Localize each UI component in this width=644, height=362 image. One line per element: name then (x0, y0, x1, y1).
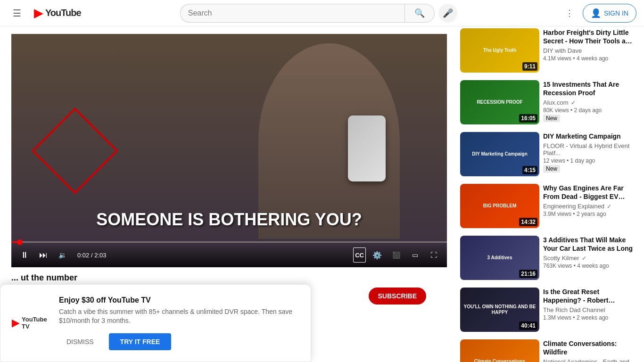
video-player[interactable]: SOMEONE IS BOTHERING YOU? ⏸ ⏭ 🔉 0:02 / 2… (11, 34, 447, 267)
settings-button[interactable]: ⚙️ (370, 247, 385, 263)
mic-button[interactable]: 🎤 (438, 4, 457, 23)
sidebar-video-title: DIY Marketing Campaign (543, 132, 635, 140)
sidebar-video-item[interactable]: Climate Conversations Climate Conversati… (458, 337, 636, 362)
menu-button[interactable]: ☰ (8, 4, 26, 23)
sidebar-channel: National Academies - Earth and Life ... (543, 358, 635, 362)
sidebar-stats: 80K views • 2 days ago (543, 107, 635, 114)
sidebar-video-title: Harbor Freight's Dirty Little Secret - H… (543, 28, 635, 45)
time-display: 0:02 / 2:03 (77, 252, 106, 259)
volume-button[interactable]: 🔉 (55, 247, 70, 263)
youtube-logo-text: YouTube (45, 8, 81, 18)
fullscreen-button[interactable]: ⛶ (426, 247, 441, 263)
search-input[interactable] (180, 4, 405, 23)
sign-in-button[interactable]: 👤 SIGN IN (583, 4, 636, 23)
youtube-logo[interactable]: ▶ YouTube (34, 6, 81, 20)
yt-tv-icon: ▶ (12, 317, 20, 329)
video-meta: Harbor Freight's Dirty Little Secret - H… (543, 28, 635, 73)
video-duration: 9:11 (522, 62, 537, 71)
mic-icon: 🎤 (443, 8, 453, 18)
sidebar-stats: 12 views • 1 day ago (543, 157, 635, 164)
sidebar-channel: Engineering Explained ✓ (543, 203, 635, 210)
sidebar-stats: 4.1M views • 4 weeks ago (543, 55, 635, 62)
sidebar-video-title: 15 Investments That Are Recession Proof (543, 80, 635, 97)
youtube-tv-logo: ▶ YouTube TV (12, 296, 50, 350)
sidebar-channel: Scotty Kilmer ✓ (543, 255, 635, 262)
promo-content: Enjoy $30 off YouTube TV Catch a vibe th… (59, 296, 299, 350)
sidebar-stats: 763K views • 4 weeks ago (543, 263, 635, 269)
video-duration: 40:41 (519, 321, 537, 330)
yt-tv-label: YouTube TV (22, 316, 50, 330)
header-center: 🔍 🎤 (81, 4, 556, 23)
sidebar-video-title: 3 Additives That Will Make Your Car Last… (543, 236, 635, 253)
player-text-overlay: SOMEONE IS BOTHERING YOU? (96, 210, 362, 230)
sidebar: The Ugly Truth 9:11 Harbor Freight's Dir… (454, 26, 644, 362)
sidebar-video-title: Why Gas Engines Are Far From Dead - Bigg… (543, 184, 635, 201)
sidebar-channel: FLOOR - Virtual & Hybrid Event Platf... (543, 142, 635, 156)
verified-icon: ✓ (580, 255, 586, 262)
sidebar-channel: Alux.com ✓ (543, 99, 635, 106)
header-right: ⋮ 👤 SIGN IN (560, 4, 636, 23)
thumbnail-image: Climate Conversations (460, 339, 539, 362)
account-icon: 👤 (591, 8, 601, 18)
sidebar-video-title: Climate Conversations: Wildfire (543, 339, 635, 356)
more-options-button[interactable]: ⋮ (560, 4, 579, 23)
thumbnail-text: Climate Conversations (460, 339, 539, 362)
next-button[interactable]: ⏭ (36, 247, 51, 263)
sidebar-video-item[interactable]: YOU'LL OWN NOTHING AND BE HAPPY 40:41 Is… (458, 286, 636, 334)
search-icon: 🔍 (414, 8, 425, 18)
video-meta: 15 Investments That Are Recession Proof … (543, 80, 635, 124)
hamburger-icon: ☰ (13, 8, 21, 19)
miniplayer-button[interactable]: ⬛ (388, 247, 404, 263)
sign-in-label: SIGN IN (604, 9, 628, 17)
dismiss-button[interactable]: DISMISS (59, 334, 101, 349)
video-meta: DIY Marketing Campaign FLOOR - Virtual &… (543, 132, 635, 176)
verified-icon: ✓ (605, 203, 611, 210)
sidebar-video-item[interactable]: BIG PROBLEM 14:32 Why Gas Engines Are Fa… (458, 182, 636, 230)
video-duration: 16:05 (519, 114, 537, 123)
video-thumbnail: The Ugly Truth 9:11 (460, 28, 539, 73)
sidebar-stats: 3.9M views • 2 years ago (543, 211, 635, 217)
sidebar-video-item[interactable]: DIY Marketing Campaign 4:15 DIY Marketin… (458, 130, 636, 178)
video-duration: 4:15 (522, 166, 537, 174)
sidebar-video-item[interactable]: RECESSION PROOF 16:05 15 Investments Tha… (458, 78, 636, 126)
captions-button[interactable]: CC (353, 247, 366, 263)
sidebar-video-title: Is the Great Reset Happening? - Robert K… (543, 288, 635, 304)
header-left: ☰ ▶ YouTube (8, 4, 81, 23)
new-badge: New (543, 165, 560, 173)
search-form: 🔍 (180, 4, 435, 23)
try-free-button[interactable]: TRY IT FREE (109, 333, 172, 350)
sidebar-stats: 1.3M views • 2 weeks ago (543, 314, 635, 321)
theater-button[interactable]: ▭ (407, 247, 422, 263)
video-thumbnail: YOU'LL OWN NOTHING AND BE HAPPY 40:41 (460, 288, 539, 332)
phone-prop (348, 115, 386, 181)
youtube-logo-icon: ▶ (34, 6, 43, 20)
sidebar-channel: DIY with Dave (543, 47, 635, 54)
header: ☰ ▶ YouTube 🔍 🎤 ⋮ 👤 SIGN IN (0, 0, 644, 26)
video-duration: 21:16 (519, 270, 537, 278)
promo-title: Enjoy $30 off YouTube TV (59, 296, 299, 304)
sidebar-channel: The Rich Dad Channel (543, 306, 635, 313)
video-thumbnail: DIY Marketing Campaign 4:15 (460, 132, 539, 176)
video-duration: 14:32 (519, 218, 537, 226)
sidebar-video-item[interactable]: The Ugly Truth 9:11 Harbor Freight's Dir… (458, 26, 636, 74)
subscribe-button[interactable]: SUBSCRIBE (369, 288, 426, 304)
pause-button[interactable]: ⏸ (17, 247, 32, 263)
promo-popup: ▶ YouTube TV Enjoy $30 off YouTube TV Ca… (0, 284, 311, 362)
video-thumbnail: Climate Conversations (460, 339, 539, 362)
verified-icon: ✓ (569, 99, 575, 106)
search-button[interactable]: 🔍 (405, 4, 435, 23)
video-meta: Why Gas Engines Are Far From Dead - Bigg… (543, 184, 635, 228)
video-meta: Climate Conversations: Wildfire National… (543, 339, 635, 362)
video-thumbnail: BIG PROBLEM 14:32 (460, 184, 539, 228)
player-controls: ⏸ ⏭ 🔉 0:02 / 2:03 CC ⚙️ ⬛ ▭ ⛶ (11, 243, 447, 267)
video-thumbnail: 3 Additives 21:16 (460, 236, 539, 280)
video-title: ... ut the number (11, 273, 426, 283)
video-meta: 3 Additives That Will Make Your Car Last… (543, 236, 635, 280)
more-icon: ⋮ (565, 8, 574, 18)
sidebar-video-item[interactable]: 3 Additives 21:16 3 Additives That Will … (458, 234, 636, 282)
promo-actions: DISMISS TRY IT FREE (59, 333, 299, 350)
new-badge: New (543, 115, 560, 122)
video-meta: Is the Great Reset Happening? - Robert K… (543, 288, 635, 332)
promo-description: Catch a vibe this summer with 85+ channe… (59, 307, 299, 326)
video-thumbnail: RECESSION PROOF 16:05 (460, 80, 539, 124)
